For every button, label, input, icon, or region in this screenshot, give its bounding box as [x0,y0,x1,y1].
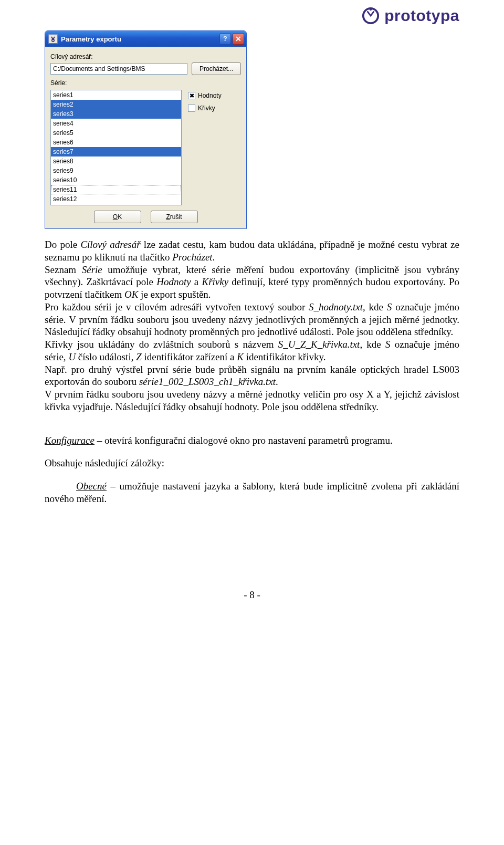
ok-button[interactable]: OK [94,211,141,223]
hodnoty-checkbox-row[interactable]: ✖ Hodnoty [188,92,222,99]
list-item[interactable]: series1 [51,90,181,100]
list-item[interactable]: series4 [51,119,181,128]
obecne-line: Obecné – umožňuje nastavení jazyka a šab… [45,480,459,505]
paragraph-6: V prvním řádku souboru jsou uvedeny názv… [45,388,459,413]
hodnoty-checkbox[interactable]: ✖ [188,92,195,99]
list-item[interactable]: series10 [51,175,181,185]
svg-point-2 [52,39,55,42]
list-item[interactable]: series8 [51,157,181,166]
series-label: Série: [50,79,241,87]
target-dir-input[interactable] [50,63,187,75]
cancel-mnemonic: Z [166,213,170,221]
logo-text: prototypa [384,7,459,25]
logo-icon [361,6,380,25]
config-line: Konfigurace – otevírá konfigurační dialo… [45,434,459,447]
dialog-app-icon [48,34,58,44]
contains-line: Obsahuje následující záložky: [45,457,459,470]
paragraph-2: Seznam Série umožňuje vybrat, které séri… [45,264,459,301]
krivky-checkbox-row[interactable]: Křivky [188,105,222,112]
paragraph-5: Např. pro druhý výstřel první série bude… [45,363,459,389]
export-params-dialog: Parametry exportu ? ✕ Cílový adresář: Pr… [45,30,247,229]
paragraph-3: Pro každou sérii je v cílovém adresáři v… [45,301,459,338]
dialog-title: Parametry exportu [61,35,218,43]
krivky-checkbox[interactable] [188,105,195,112]
close-button[interactable]: ✕ [233,33,244,45]
krivky-label: Křivky [198,105,215,112]
list-item[interactable]: series12 [51,194,181,204]
series-listbox[interactable]: series1series2series3series4series5serie… [50,90,182,205]
list-item[interactable]: series9 [51,166,181,175]
paragraph-4: Křivky jsou ukládány do zvláštních soubo… [45,338,459,363]
ok-mnemonic: O [113,213,118,221]
svg-point-1 [370,8,372,11]
list-item[interactable]: series7 [51,147,181,157]
list-item[interactable]: series11 [51,185,181,194]
browse-button[interactable]: Procházet... [192,62,241,75]
brand-header: prototypa [45,6,459,25]
close-icon: ✕ [235,35,242,43]
list-item[interactable]: series3 [51,109,181,119]
help-button[interactable]: ? [219,33,231,45]
list-item[interactable]: series2 [51,100,181,109]
paragraph-1: Do pole Cílový adresář lze zadat cestu, … [45,238,459,264]
hodnoty-label: Hodnoty [198,92,222,99]
list-item[interactable]: series5 [51,128,181,138]
target-dir-label: Cílový adresář: [50,53,241,60]
cancel-button[interactable]: Zrušit [151,211,198,223]
list-item[interactable]: series6 [51,138,181,147]
document-body: Do pole Cílový adresář lze zadat cestu, … [45,238,459,505]
dialog-titlebar[interactable]: Parametry exportu ? ✕ [45,31,246,47]
page-number: - 8 - [45,589,459,601]
